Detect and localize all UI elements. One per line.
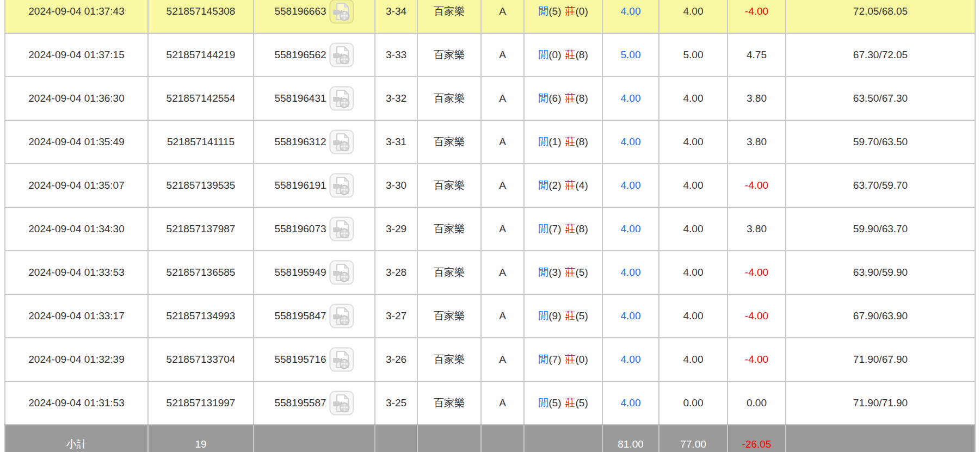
bet-amount-cell: 4.00 <box>602 251 659 294</box>
table-row[interactable]: 2024-09-04 01:35:07521857139535558196191… <box>5 164 975 207</box>
table-code-cell: A <box>481 294 524 338</box>
bet-id-cell: 521857144219 <box>148 33 254 77</box>
banker-label: 莊 <box>565 397 576 408</box>
valid-amount-cell: 4.00 <box>659 0 728 33</box>
table-code-cell: A <box>481 0 524 33</box>
bet-amount-cell: 4.00 <box>602 207 659 251</box>
video-record-icon[interactable] <box>329 216 354 242</box>
bet-amount-cell: 4.00 <box>602 381 659 425</box>
game-id-cell: 558196312 <box>254 120 375 164</box>
summary-bet-total: 81.00 <box>602 425 659 452</box>
table-code-cell: A <box>481 33 524 77</box>
summary-label: 小計 <box>5 425 148 452</box>
result-cell: 閒(9)莊(5) <box>524 294 602 338</box>
table-row[interactable]: 2024-09-04 01:37:15521857144219558196562… <box>5 33 975 77</box>
banker-score: (0) <box>576 5 588 17</box>
valid-amount-cell: 4.00 <box>659 120 728 164</box>
game-id-wrap: 558196312 <box>254 129 374 154</box>
win-loss-cell: -4.00 <box>728 294 786 338</box>
table-code-cell: A <box>481 381 524 425</box>
banker-label: 莊 <box>565 5 576 17</box>
game-name-cell: 百家樂 <box>417 120 481 164</box>
bet-id-cell: 521857145308 <box>148 0 254 33</box>
time-cell: 2024-09-04 01:34:30 <box>5 207 148 251</box>
balance-cell: 71.90/67.90 <box>786 338 975 381</box>
video-record-icon[interactable] <box>329 260 354 285</box>
video-record-icon[interactable] <box>329 86 354 111</box>
video-record-icon[interactable] <box>329 391 354 416</box>
bet-amount-cell: 4.00 <box>602 164 659 207</box>
table-row[interactable]: 2024-09-04 01:35:49521857141115558196312… <box>5 120 975 164</box>
player-score: (5) <box>548 397 561 408</box>
game-id-wrap: 558196562 <box>254 42 374 67</box>
banker-score: (8) <box>576 92 588 104</box>
game-id-text: 558196191 <box>274 179 326 191</box>
balance-cell: 67.30/72.05 <box>786 33 975 77</box>
table-row[interactable]: 2024-09-04 01:32:39521857133704558195716… <box>5 338 975 381</box>
game-name-cell: 百家樂 <box>417 251 481 294</box>
bet-amount-cell: 5.00 <box>602 33 659 77</box>
player-label: 閒 <box>538 92 548 104</box>
bet-id-cell: 521857131997 <box>148 381 254 425</box>
table-row[interactable]: 2024-09-04 01:34:30521857137987558196073… <box>5 207 975 251</box>
balance-cell: 72.05/68.05 <box>786 0 975 33</box>
valid-amount-cell: 4.00 <box>659 294 728 338</box>
result-cell: 閒(5)莊(0) <box>524 0 602 33</box>
player-score: (3) <box>548 267 561 278</box>
summary-empty-cell <box>786 425 975 452</box>
table-row[interactable]: 2024-09-04 01:36:30521857142554558196431… <box>5 77 975 120</box>
video-record-glyph <box>329 391 354 416</box>
table-row[interactable]: 2024-09-04 01:37:43521857145308558196663… <box>5 0 975 33</box>
win-loss-cell: 0.00 <box>728 381 786 425</box>
game-id-wrap: 558196191 <box>254 173 374 198</box>
summary-empty-cell <box>524 425 602 452</box>
win-loss-cell: -4.00 <box>728 338 786 381</box>
bet-id-cell: 521857133704 <box>148 338 254 381</box>
result-cell: 閒(5)莊(5) <box>524 381 602 425</box>
time-cell: 2024-09-04 01:33:53 <box>5 251 148 294</box>
video-record-icon[interactable] <box>329 0 354 24</box>
video-record-icon[interactable] <box>329 42 354 67</box>
video-record-glyph <box>329 129 354 154</box>
balance-cell: 63.50/67.30 <box>786 77 975 120</box>
result-cell: 閒(7)莊(8) <box>524 207 602 251</box>
video-record-glyph <box>329 42 354 67</box>
round-cell: 3-32 <box>375 77 417 120</box>
player-label: 閒 <box>538 354 548 365</box>
game-id-cell: 558195847 <box>254 294 375 338</box>
table-row[interactable]: 2024-09-04 01:33:17521857134993558195847… <box>5 294 975 338</box>
summary-empty-cell <box>481 425 524 452</box>
round-cell: 3-31 <box>375 120 417 164</box>
table-code-cell: A <box>481 77 524 120</box>
player-label: 閒 <box>538 5 548 17</box>
balance-cell: 63.70/59.70 <box>786 164 975 207</box>
table-row[interactable]: 2024-09-04 01:31:53521857131997558195587… <box>5 381 975 425</box>
table-row[interactable]: 2024-09-04 01:33:53521857136585558195949… <box>5 251 975 294</box>
banker-label: 莊 <box>565 354 576 365</box>
game-id-text: 558195587 <box>274 397 326 409</box>
win-loss-cell: -4.00 <box>728 251 786 294</box>
round-cell: 3-25 <box>375 381 417 425</box>
video-record-icon[interactable] <box>329 173 354 198</box>
balance-cell: 71.90/71.90 <box>786 381 975 425</box>
bet-id-cell: 521857134993 <box>148 294 254 338</box>
time-cell: 2024-09-04 01:35:49 <box>5 120 148 164</box>
video-record-icon[interactable] <box>329 347 354 372</box>
video-record-icon[interactable] <box>329 304 354 329</box>
banker-label: 莊 <box>565 223 576 234</box>
game-id-text: 558196312 <box>274 136 326 148</box>
win-loss-cell: -4.00 <box>728 0 786 33</box>
video-record-glyph <box>329 260 354 285</box>
game-id-cell: 558195587 <box>254 381 375 425</box>
game-id-cell: 558196073 <box>254 207 375 251</box>
game-name-cell: 百家樂 <box>417 164 481 207</box>
game-name-cell: 百家樂 <box>417 294 481 338</box>
time-cell: 2024-09-04 01:32:39 <box>5 338 148 381</box>
round-cell: 3-34 <box>375 0 417 33</box>
summary-win-loss-total: -26.05 <box>728 425 786 452</box>
banker-label: 莊 <box>565 267 576 278</box>
time-cell: 2024-09-04 01:37:43 <box>5 0 148 33</box>
game-id-cell: 558196431 <box>254 77 375 120</box>
video-record-icon[interactable] <box>329 129 354 154</box>
game-id-wrap: 558196431 <box>254 86 374 111</box>
